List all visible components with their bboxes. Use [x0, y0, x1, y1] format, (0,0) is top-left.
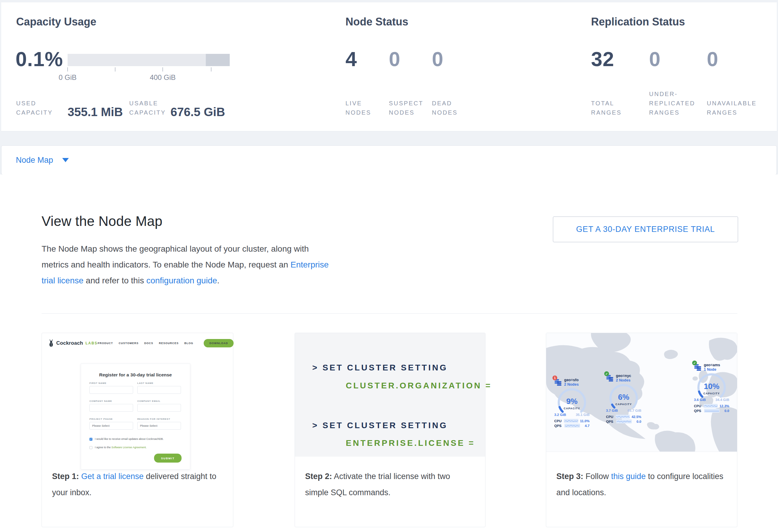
project-phase-label: PROJECT PHASE	[89, 418, 113, 421]
locality-header: 1 geo=sfo 2 Nodes	[554, 378, 590, 387]
mini-site-header: Cockroach LABS PRODUCT CUSTOMERS DOCS RE…	[48, 338, 227, 349]
company-email-label: COMPANY EMAIL	[137, 400, 161, 402]
qps-sparkline	[564, 424, 580, 428]
cpu-value: 12.3%	[719, 404, 729, 408]
cluster-summary-panel: Capacity Usage 0.1% 0 GiB 400 GiB USED C…	[1, 2, 777, 131]
qps-label: QPS	[694, 409, 702, 412]
qps-row: QPS 0.0	[606, 420, 641, 424]
locality-header: ✓ geo=ams 1 Node	[694, 363, 729, 372]
company-name-input	[89, 404, 133, 412]
enterprise-trial-license-link[interactable]: trial license	[42, 276, 83, 285]
capacity-percent-value: 9%	[566, 397, 577, 406]
enterprise-trial-license-link[interactable]: Enterprise	[291, 260, 329, 269]
locality-widget-sfo: 1 geo=sfo 2 Nodes 9% CAPACITY 3.2 Gi	[554, 378, 590, 428]
intro-line-1: The Node Map shows the geographical layo…	[42, 241, 329, 257]
first-name-input	[89, 386, 133, 394]
step3-label: Step 3:	[556, 472, 583, 481]
sql-snippet-panel: > SET CLUSTER SETTING CLUSTER.ORGANIZATI…	[295, 333, 485, 457]
locality-name: geo=ams	[704, 363, 720, 367]
suspect-nodes-label-line1: SUSPECT	[389, 99, 423, 108]
capacity-usage-title: Capacity Usage	[16, 15, 96, 28]
intro-text-1: The Node Map shows the geographical layo…	[42, 244, 309, 253]
qps-value: 0.0	[724, 409, 729, 412]
under-replicated-label: UNDER- REPLICATED RANGES	[649, 89, 695, 117]
unavailable-ranges-label: UNAVAILABLE RANGES	[707, 99, 757, 117]
dead-nodes-count: 0	[432, 47, 444, 71]
usable-capacity-value: 676.5 GiB	[170, 105, 225, 119]
locality-name: geo=sfo	[564, 378, 579, 382]
cpu-sparkline	[564, 419, 578, 423]
under-replicated-label-line2: REPLICATED	[649, 99, 695, 108]
locality-widget-nyc: ✓ geo=nyc 2 Nodes 6% CAPACITY 3.7 Gi	[606, 374, 641, 424]
capacity-tick-label-400: 400 GiB	[150, 73, 176, 82]
dead-nodes-label: DEAD NODES	[432, 99, 458, 117]
live-nodes-count: 4	[345, 47, 357, 71]
license-agreement-text: I agree to the	[95, 446, 111, 449]
under-replicated-count: 0	[649, 47, 661, 71]
chevron-down-icon	[62, 158, 69, 162]
node-map-dropdown[interactable]: Node Map	[1, 145, 777, 175]
project-phase-select: Please Select	[89, 422, 133, 430]
intro-line-2: metrics and health indicators. To enable…	[42, 257, 329, 273]
used-capacity-label-line2: CAPACITY	[16, 108, 53, 117]
brand-suffix: LABS	[86, 341, 98, 345]
capacity-total-value: 65.7 GiB	[628, 409, 641, 412]
reason-select: Please Select	[137, 422, 181, 430]
node-map-dropdown-label[interactable]: Node Map	[16, 156, 53, 165]
intro-text-4: .	[217, 276, 220, 285]
step3-card: 1 geo=sfo 2 Nodes 9% CAPACITY 3.2 Gi	[546, 333, 737, 527]
email-updates-checkbox-row: ✓ I would like to receive email updates …	[89, 438, 179, 441]
usable-capacity-label-line1: USABLE	[129, 99, 166, 108]
capacity-gauge: 10% CAPACITY 3.6 GiB 34.4 GiB	[694, 372, 729, 402]
cpu-label: CPU	[554, 419, 562, 423]
capacity-bar-reserved-segment	[206, 54, 230, 66]
locality-node-count: 2 Nodes	[616, 378, 631, 383]
replication-status-title: Replication Status	[591, 15, 685, 28]
divider	[42, 313, 737, 314]
step1-caption: Step 1: Get a trial license delivered st…	[52, 468, 220, 501]
capacity-gauge: 6% CAPACITY 3.7 GiB 65.7 GiB	[606, 383, 641, 412]
get-trial-license-link[interactable]: Get a trial license	[81, 472, 144, 481]
total-ranges-label-line1: TOTAL	[591, 99, 622, 108]
unavailable-ranges-count: 0	[707, 47, 718, 71]
qps-sparkline	[704, 409, 720, 412]
suspect-nodes-count: 0	[389, 47, 400, 71]
capacity-used-value: 3.2 GiB	[554, 413, 566, 416]
cockroach-bug-icon	[48, 339, 55, 347]
this-guide-link[interactable]: this guide	[611, 472, 646, 481]
sql-prompt-2: > SET CLUSTER SETTING	[312, 421, 448, 430]
nav-item-resources: RESOURCES	[159, 342, 178, 345]
capacity-gauge-label: CAPACITY	[564, 407, 580, 410]
live-nodes-label-line1: LIVE	[345, 99, 371, 108]
download-button: DOWNLOAD	[204, 339, 234, 348]
dead-nodes-label-line1: DEAD	[432, 99, 458, 108]
capacity-tick	[115, 67, 115, 72]
step1-label: Step 1:	[52, 472, 79, 481]
capacity-gauge-label: CAPACITY	[704, 392, 720, 395]
capacity-bar	[68, 54, 230, 66]
live-nodes-label-line2: NODES	[345, 108, 371, 117]
total-ranges-label-line2: RANGES	[591, 108, 622, 117]
license-agreement-checkbox-row: I agree to the Software License Agreemen…	[89, 446, 179, 449]
under-replicated-label-line1: UNDER-	[649, 89, 695, 99]
cockroach-labs-logo: Cockroach LABS	[48, 339, 97, 347]
qps-sparkline	[616, 420, 632, 424]
company-email-input	[137, 404, 181, 412]
qps-value: 0.0	[636, 420, 641, 424]
capacity-percent: 0.1%	[15, 47, 63, 71]
page-title: View the Node Map	[42, 213, 162, 229]
capacity-used-value: 3.7 GiB	[606, 409, 618, 412]
suspect-nodes-label-line2: NODES	[389, 108, 423, 117]
step3-pre: Follow	[583, 472, 611, 481]
qps-label: QPS	[554, 424, 563, 428]
configuration-guide-link[interactable]: configuration guide	[146, 276, 217, 285]
under-replicated-label-line3: RANGES	[649, 108, 695, 117]
capacity-tick	[211, 67, 212, 72]
nav-item-blog: BLOG	[184, 342, 193, 345]
last-name-input	[137, 386, 181, 394]
software-license-agreement-link: Software License Agreement.	[111, 446, 147, 449]
step1-card: Cockroach LABS PRODUCT CUSTOMERS DOCS RE…	[42, 333, 233, 527]
get-enterprise-trial-button[interactable]: GET A 30-DAY ENTERPRISE TRIAL	[553, 216, 738, 242]
used-capacity-label-line1: USED	[16, 99, 53, 108]
live-nodes-label: LIVE NODES	[345, 99, 371, 117]
